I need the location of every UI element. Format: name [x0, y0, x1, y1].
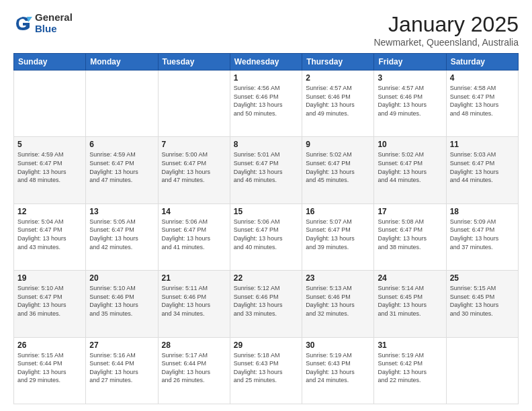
- calendar-cell: 27Sunrise: 5:16 AMSunset: 6:44 PMDayligh…: [86, 337, 158, 404]
- day-number: 13: [89, 207, 154, 216]
- day-info: Sunrise: 4:56 AMSunset: 6:46 PMDaylight:…: [234, 84, 298, 118]
- calendar-cell: 4Sunrise: 4:58 AMSunset: 6:47 PMDaylight…: [446, 71, 518, 137]
- calendar-cell: 28Sunrise: 5:17 AMSunset: 6:44 PMDayligh…: [158, 337, 230, 404]
- day-info: Sunrise: 5:06 AMSunset: 6:47 PMDaylight:…: [234, 218, 298, 251]
- calendar-cell: 29Sunrise: 5:18 AMSunset: 6:43 PMDayligh…: [230, 337, 302, 404]
- day-info: Sunrise: 5:17 AMSunset: 6:44 PMDaylight:…: [162, 351, 226, 385]
- calendar-cell: 26Sunrise: 5:15 AMSunset: 6:44 PMDayligh…: [14, 337, 86, 404]
- day-info: Sunrise: 5:02 AMSunset: 6:47 PMDaylight:…: [378, 150, 442, 184]
- calendar-cell: 20Sunrise: 5:10 AMSunset: 6:46 PMDayligh…: [86, 271, 158, 337]
- day-info: Sunrise: 5:05 AMSunset: 6:47 PMDaylight:…: [89, 218, 154, 251]
- logo-text: General Blue: [35, 12, 73, 34]
- header: General Blue January 2025 Newmarket, Que…: [13, 12, 519, 48]
- calendar-cell: 2Sunrise: 4:57 AMSunset: 6:46 PMDaylight…: [302, 71, 374, 137]
- day-info: Sunrise: 5:15 AMSunset: 6:44 PMDaylight:…: [17, 351, 82, 385]
- calendar-week-4: 19Sunrise: 5:10 AMSunset: 6:47 PMDayligh…: [14, 271, 519, 337]
- day-info: Sunrise: 5:13 AMSunset: 6:46 PMDaylight:…: [306, 284, 370, 318]
- calendar-header-thursday: Thursday: [302, 54, 374, 71]
- day-number: 23: [306, 273, 370, 283]
- day-info: Sunrise: 5:12 AMSunset: 6:46 PMDaylight:…: [234, 284, 298, 318]
- calendar-cell: 18Sunrise: 5:09 AMSunset: 6:47 PMDayligh…: [446, 203, 518, 270]
- logo: General Blue: [13, 12, 73, 34]
- day-number: 16: [306, 207, 370, 216]
- calendar-cell: 17Sunrise: 5:08 AMSunset: 6:47 PMDayligh…: [374, 203, 446, 270]
- day-info: Sunrise: 5:06 AMSunset: 6:47 PMDaylight:…: [162, 218, 226, 251]
- calendar-cell: 13Sunrise: 5:05 AMSunset: 6:47 PMDayligh…: [86, 203, 158, 270]
- day-info: Sunrise: 5:00 AMSunset: 6:47 PMDaylight:…: [162, 150, 226, 184]
- calendar-cell: 24Sunrise: 5:14 AMSunset: 6:45 PMDayligh…: [374, 271, 446, 337]
- day-number: 4: [450, 73, 515, 83]
- calendar-week-2: 5Sunrise: 4:59 AMSunset: 6:47 PMDaylight…: [14, 137, 519, 203]
- calendar-header-monday: Monday: [86, 54, 158, 71]
- day-info: Sunrise: 5:19 AMSunset: 6:42 PMDaylight:…: [378, 351, 442, 385]
- calendar-header-saturday: Saturday: [446, 54, 518, 71]
- day-info: Sunrise: 5:14 AMSunset: 6:45 PMDaylight:…: [378, 284, 442, 318]
- day-info: Sunrise: 4:57 AMSunset: 6:46 PMDaylight:…: [306, 84, 370, 118]
- title-block: January 2025 Newmarket, Queensland, Aust…: [373, 12, 519, 48]
- calendar-cell: 14Sunrise: 5:06 AMSunset: 6:47 PMDayligh…: [158, 203, 230, 270]
- day-info: Sunrise: 5:09 AMSunset: 6:47 PMDaylight:…: [450, 218, 515, 251]
- calendar: SundayMondayTuesdayWednesdayThursdayFrid…: [13, 53, 519, 404]
- sub-title: Newmarket, Queensland, Australia: [373, 37, 519, 48]
- day-info: Sunrise: 4:59 AMSunset: 6:47 PMDaylight:…: [89, 150, 154, 184]
- day-number: 12: [17, 207, 82, 216]
- day-number: 29: [234, 340, 298, 350]
- calendar-cell: 12Sunrise: 5:04 AMSunset: 6:47 PMDayligh…: [14, 203, 86, 270]
- day-number: 18: [450, 207, 515, 216]
- calendar-cell: 3Sunrise: 4:57 AMSunset: 6:46 PMDaylight…: [374, 71, 446, 137]
- day-info: Sunrise: 5:01 AMSunset: 6:47 PMDaylight:…: [234, 150, 298, 184]
- day-info: Sunrise: 5:11 AMSunset: 6:46 PMDaylight:…: [162, 284, 226, 318]
- day-info: Sunrise: 5:08 AMSunset: 6:47 PMDaylight:…: [378, 218, 442, 251]
- day-info: Sunrise: 4:58 AMSunset: 6:47 PMDaylight:…: [450, 84, 515, 118]
- day-info: Sunrise: 5:18 AMSunset: 6:43 PMDaylight:…: [234, 351, 298, 385]
- calendar-cell: [86, 71, 158, 137]
- calendar-header-row: SundayMondayTuesdayWednesdayThursdayFrid…: [14, 54, 519, 71]
- calendar-week-5: 26Sunrise: 5:15 AMSunset: 6:44 PMDayligh…: [14, 337, 519, 404]
- calendar-cell: 8Sunrise: 5:01 AMSunset: 6:47 PMDaylight…: [230, 137, 302, 203]
- calendar-cell: 31Sunrise: 5:19 AMSunset: 6:42 PMDayligh…: [374, 337, 446, 404]
- day-number: 8: [234, 140, 298, 149]
- day-number: 15: [234, 207, 298, 216]
- calendar-cell: [158, 71, 230, 137]
- day-info: Sunrise: 5:10 AMSunset: 6:47 PMDaylight:…: [17, 284, 82, 318]
- day-info: Sunrise: 5:15 AMSunset: 6:45 PMDaylight:…: [450, 284, 515, 318]
- day-number: 30: [306, 340, 370, 350]
- day-info: Sunrise: 5:02 AMSunset: 6:47 PMDaylight:…: [306, 150, 370, 184]
- calendar-cell: 16Sunrise: 5:07 AMSunset: 6:47 PMDayligh…: [302, 203, 374, 270]
- day-number: 6: [89, 140, 154, 149]
- calendar-header-wednesday: Wednesday: [230, 54, 302, 71]
- calendar-cell: [14, 71, 86, 137]
- day-number: 10: [378, 140, 442, 149]
- day-info: Sunrise: 4:59 AMSunset: 6:47 PMDaylight:…: [17, 150, 82, 184]
- day-number: 27: [89, 340, 154, 350]
- day-number: 25: [450, 273, 515, 283]
- logo-general: General: [35, 12, 73, 24]
- calendar-cell: 7Sunrise: 5:00 AMSunset: 6:47 PMDaylight…: [158, 137, 230, 203]
- calendar-cell: 6Sunrise: 4:59 AMSunset: 6:47 PMDaylight…: [86, 137, 158, 203]
- logo-blue: Blue: [35, 24, 73, 35]
- day-number: 17: [378, 207, 442, 216]
- day-number: 22: [234, 273, 298, 283]
- day-number: 28: [162, 340, 226, 350]
- main-title: January 2025: [373, 12, 519, 37]
- page: General Blue January 2025 Newmarket, Que…: [0, 0, 532, 411]
- calendar-cell: 10Sunrise: 5:02 AMSunset: 6:47 PMDayligh…: [374, 137, 446, 203]
- calendar-week-1: 1Sunrise: 4:56 AMSunset: 6:46 PMDaylight…: [14, 71, 519, 137]
- calendar-cell: 11Sunrise: 5:03 AMSunset: 6:47 PMDayligh…: [446, 137, 518, 203]
- day-number: 20: [89, 273, 154, 283]
- calendar-header-sunday: Sunday: [14, 54, 86, 71]
- calendar-cell: 1Sunrise: 4:56 AMSunset: 6:46 PMDaylight…: [230, 71, 302, 137]
- calendar-header-tuesday: Tuesday: [158, 54, 230, 71]
- day-number: 3: [378, 73, 442, 83]
- day-number: 21: [162, 273, 226, 283]
- day-info: Sunrise: 5:16 AMSunset: 6:44 PMDaylight:…: [89, 351, 154, 385]
- day-number: 9: [306, 140, 370, 149]
- day-number: 26: [17, 340, 82, 350]
- day-number: 11: [450, 140, 515, 149]
- calendar-cell: 15Sunrise: 5:06 AMSunset: 6:47 PMDayligh…: [230, 203, 302, 270]
- day-info: Sunrise: 4:57 AMSunset: 6:46 PMDaylight:…: [378, 84, 442, 118]
- day-number: 31: [378, 340, 442, 350]
- calendar-cell: 30Sunrise: 5:19 AMSunset: 6:43 PMDayligh…: [302, 337, 374, 404]
- calendar-cell: 25Sunrise: 5:15 AMSunset: 6:45 PMDayligh…: [446, 271, 518, 337]
- day-info: Sunrise: 5:04 AMSunset: 6:47 PMDaylight:…: [17, 218, 82, 251]
